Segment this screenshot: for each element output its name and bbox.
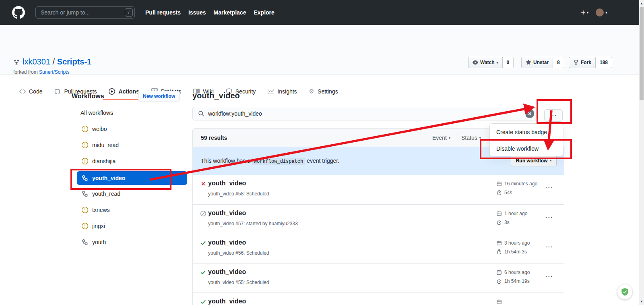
fork-source-link[interactable]: Sunert/Scripts [39, 69, 69, 75]
sidebar-item-label: youth_video [92, 175, 125, 181]
tab-label: Actions [118, 88, 139, 95]
run-subtitle: youth_video #58: Scheduled [208, 191, 269, 197]
sidebar-item-jingxi[interactable]: jingxi [72, 218, 187, 234]
app-header: / Pull requests Issues Marketplace Explo… [0, 0, 644, 25]
run-title-link[interactable]: youth_video [208, 239, 246, 246]
workflow-search-box [192, 107, 537, 120]
run-options-button[interactable]: ··· [545, 273, 553, 280]
watch-button[interactable]: Watch ▾ [468, 57, 503, 68]
sidebar-item-weibo[interactable]: weibo [72, 121, 187, 137]
workflow-run-row: youth_video youth_video #56: Scheduled 3… [193, 234, 564, 263]
nav-explore[interactable]: Explore [254, 9, 274, 16]
scroll-down-arrow[interactable]: ▼ [640, 300, 643, 303]
warning-octagon-icon [82, 142, 88, 148]
sidebar-item-txnews[interactable]: txnews [72, 202, 187, 218]
run-duration: 54s [496, 190, 512, 195]
scrollbar[interactable]: ▲ ▼ [639, 0, 644, 305]
workflow-icon [82, 175, 88, 181]
run-title-link[interactable]: youth_video [208, 268, 246, 276]
sidebar-item-dianshijia[interactable]: dianshijia [72, 153, 187, 169]
tab-settings[interactable]: ⚙ Settings [303, 84, 344, 100]
run-duration-text: 1h 54m 19s [504, 278, 530, 284]
create-new-dropdown[interactable]: + ▾ [581, 8, 588, 17]
repo-name-link[interactable]: Scripts-1 [57, 57, 92, 66]
clear-search-button[interactable]: ✕ [526, 110, 534, 118]
repo-forked-icon [573, 60, 579, 65]
tab-insights[interactable]: Insights [262, 84, 303, 100]
run-time: 16 minutes ago [496, 181, 537, 187]
run-options-button[interactable]: ··· [545, 185, 553, 191]
global-search-input[interactable] [35, 6, 135, 19]
sidebar-item-youth-read[interactable]: youth_read [72, 186, 187, 202]
sidebar-item-youth-video-selected[interactable]: youth_video [77, 171, 187, 185]
github-actions-page: / Pull requests Issues Marketplace Explo… [0, 0, 644, 305]
eye-icon [473, 60, 478, 65]
warning-octagon-icon [82, 207, 88, 213]
check-success-icon [200, 240, 206, 246]
run-title-link[interactable]: youth_video [208, 298, 246, 305]
slash-shortcut-key: / [125, 8, 133, 17]
repo-owner-link[interactable]: lxk0301 [23, 57, 50, 66]
chevron-down-icon: ▾ [605, 10, 607, 15]
run-workflow-label: Run workflow [516, 158, 548, 164]
x-failed-icon [200, 181, 206, 187]
event-filter-dropdown[interactable]: Event ▾ [432, 135, 450, 141]
banner-text-post: event trigger. [307, 158, 339, 164]
header-nav: Pull requests Issues Marketplace Explore [145, 0, 275, 25]
workflow-options-button[interactable]: ··· [544, 109, 563, 122]
status-filter-dropdown[interactable]: Status ▾ [461, 135, 481, 141]
run-options-button[interactable]: ··· [545, 214, 553, 221]
watch-count[interactable]: 0 [503, 57, 514, 68]
sidebar-item-youth[interactable]: youth [72, 234, 187, 250]
run-title-link[interactable]: youth_video [208, 210, 246, 217]
workflow-search-input[interactable] [208, 107, 514, 120]
workflow-run-row: youth_video youth_video #55: Scheduled 6… [193, 263, 564, 293]
run-time-text: 6 hours ago [504, 270, 530, 275]
run-time-text: 16 minutes ago [504, 181, 537, 187]
run-time: 6 hours ago [496, 270, 530, 275]
new-workflow-button[interactable]: New workflow [138, 91, 180, 102]
header-right: + ▾ ▾ [581, 0, 607, 25]
tab-code[interactable]: Code [13, 84, 48, 100]
unstar-label: Unstar [533, 60, 549, 65]
sidebar-item-label: dianshijia [92, 158, 116, 164]
nav-pull-requests[interactable]: Pull requests [145, 9, 181, 16]
fork-button[interactable]: Fork [569, 57, 596, 68]
workflow-options-menu: Create status badge Disable workflow [489, 123, 563, 156]
chevron-down-icon: ▾ [497, 61, 498, 64]
stopwatch-icon [496, 249, 502, 255]
check-success-icon [200, 299, 206, 305]
check-success-icon [200, 269, 206, 276]
run-time-text: 1 hour ago [504, 211, 527, 216]
run-time [496, 299, 504, 305]
results-count: 59 results [201, 135, 227, 141]
run-duration: 3s [496, 220, 510, 225]
stopwatch-icon [496, 220, 502, 225]
workflows-heading: Workflows [72, 93, 104, 100]
scrollbar-thumb[interactable] [640, 7, 644, 100]
adguard-shield-badge[interactable] [617, 284, 632, 299]
cancelled-icon [200, 210, 206, 217]
plus-icon: + [581, 8, 586, 17]
run-options-button[interactable]: ··· [545, 244, 553, 250]
menu-item-create-status-badge[interactable]: Create status badge [490, 124, 563, 140]
nav-marketplace[interactable]: Marketplace [214, 9, 246, 16]
run-title-link[interactable]: youth_video [208, 180, 246, 187]
unstar-button[interactable]: Unstar [521, 57, 553, 68]
event-filter-label: Event [432, 135, 447, 141]
user-menu[interactable]: ▾ [596, 8, 607, 17]
fork-count[interactable]: 188 [596, 57, 612, 68]
menu-item-disable-workflow[interactable]: Disable workflow [490, 140, 563, 157]
scroll-up-arrow[interactable]: ▲ [640, 2, 643, 5]
nav-issues[interactable]: Issues [188, 9, 206, 16]
shield-check-icon [620, 287, 630, 297]
sidebar-item-label: txnews [92, 207, 110, 213]
workflow-run-row: youth_video youth_video #57: started by … [193, 204, 564, 234]
sidebar-item-midu-read[interactable]: midu_read [72, 137, 187, 153]
sidebar-item-all-workflows[interactable]: All workflows [72, 105, 187, 121]
github-logo-icon[interactable] [12, 6, 25, 19]
chevron-down-icon: ▾ [449, 136, 450, 140]
banner-text-pre: This workflow has a [201, 158, 250, 164]
star-count[interactable]: 8 [553, 57, 564, 68]
stopwatch-icon [496, 278, 502, 284]
